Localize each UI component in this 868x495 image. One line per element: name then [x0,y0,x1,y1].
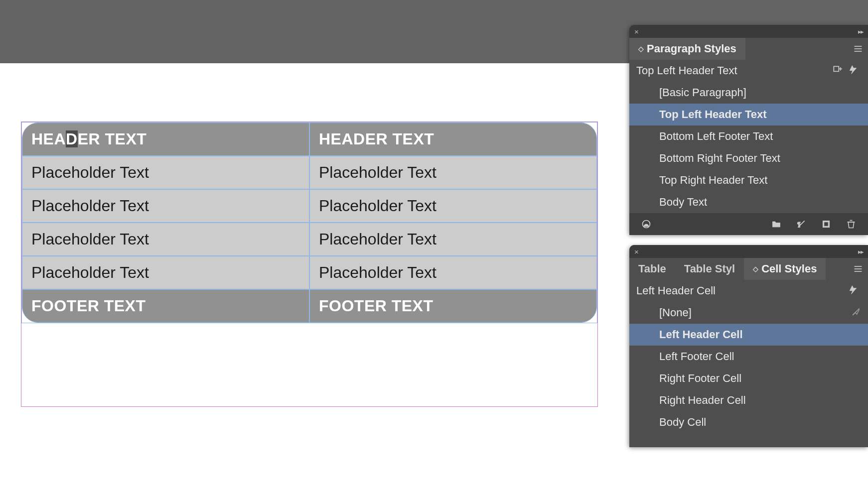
tab-table-styl[interactable]: Table Styl [675,258,744,280]
cc-libraries-icon[interactable] [635,217,657,232]
svg-rect-3 [834,66,839,71]
close-icon[interactable]: × [634,27,639,36]
paragraph-styles-list: [Basic Paragraph]Top Left Header TextBot… [629,82,868,213]
body-cell-right[interactable]: Placeholder Text [309,156,597,189]
style-item-label: Top Left Header Text [659,108,767,121]
sort-icon: ◇ [638,45,644,53]
body-cell-text: Placeholder Text [31,263,149,281]
text-frame-selection[interactable]: HEADER TEXT HEADER TEXT Placeholder Text… [21,122,598,407]
header-text-prefix: HEA [31,130,66,148]
panel-menu-icon[interactable] [848,44,868,54]
cell-style-item[interactable]: [None] [629,302,868,324]
table-row: Placeholder TextPlaceholder Text [22,256,597,289]
new-folder-icon[interactable] [765,217,787,232]
body-cell-text: Placeholder Text [31,230,149,248]
paragraph-style-item[interactable]: Bottom Right Footer Text [629,147,868,169]
panel-footer: ¶ [629,213,868,235]
body-cell-right[interactable]: Placeholder Text [309,256,597,289]
body-cell-left[interactable]: Placeholder Text [22,223,309,256]
style-item-label: [None] [659,306,692,319]
close-icon[interactable]: × [634,248,639,256]
table-row: Placeholder TextPlaceholder Text [22,156,597,189]
body-cell-text: Placeholder Text [319,163,436,181]
tab-cell-styles[interactable]: ◇Cell Styles [744,258,826,280]
cell-style-item[interactable]: Left Footer Cell [629,346,868,368]
panel-menu-icon[interactable] [848,264,868,274]
panel-tab-row: ◇ Paragraph Styles [629,38,868,60]
header-cell-left[interactable]: HEADER TEXT [22,123,309,156]
footer-text-left: FOOTER TEXT [31,297,146,315]
sort-icon: ◇ [753,265,758,273]
paragraph-style-item[interactable]: Top Left Header Text [629,104,868,125]
table-footer-row: FOOTER TEXT FOOTER TEXT [22,289,597,323]
svg-marker-6 [850,65,856,74]
paragraph-style-item[interactable]: Top Right Header Text [629,169,868,191]
svg-rect-11 [824,222,828,226]
tab-label: Table Styl [684,262,735,275]
footer-cell-left[interactable]: FOOTER TEXT [22,289,309,323]
document-table[interactable]: HEADER TEXT HEADER TEXT Placeholder Text… [21,122,597,323]
tab-paragraph-styles[interactable]: ◇ Paragraph Styles [629,38,745,60]
cell-style-item[interactable]: Left Header Cell [629,324,868,346]
header-text-suffix: ER TEXT [78,130,147,148]
current-style-row: Top Left Header Text [629,60,868,82]
document-canvas[interactable]: HEADER TEXT HEADER TEXT Placeholder Text… [0,63,613,495]
current-style-name: Top Left Header Text [636,64,829,77]
new-style-icon[interactable] [829,65,845,77]
footer-text-right: FOOTER TEXT [319,297,434,315]
paragraph-styles-panel: × ▸▸ ◇ Paragraph Styles Top Left Header … [629,25,868,235]
style-item-label: Left Footer Cell [659,350,734,363]
style-item-label: Bottom Right Footer Text [659,152,780,165]
current-style-name: Left Header Cell [636,284,845,297]
text-cursor-caret: D [66,130,78,147]
header-cell-right[interactable]: HEADER TEXT [309,123,597,156]
svg-marker-17 [850,285,856,294]
style-item-label: Bottom Left Footer Text [659,130,773,143]
quick-apply-icon[interactable] [845,285,861,297]
style-item-label: Right Footer Cell [659,372,741,385]
cell-styles-list: [None]Left Header CellLeft Footer CellRi… [629,302,868,433]
body-cell-text: Placeholder Text [319,230,436,248]
panel-tab-row: TableTable Styl◇Cell Styles [629,258,868,280]
none-style-icon [851,307,861,319]
panel-stack: × ▸▸ ◇ Paragraph Styles Top Left Header … [629,25,868,457]
quick-apply-icon[interactable] [845,65,861,77]
style-item-label: Top Right Header Text [659,174,767,187]
new-style-footer-icon[interactable] [815,217,837,232]
cell-style-item[interactable]: Body Cell [629,411,868,433]
table-row: Placeholder TextPlaceholder Text [22,189,597,223]
body-cell-left[interactable]: Placeholder Text [22,189,309,223]
footer-cell-right[interactable]: FOOTER TEXT [309,289,597,323]
panel-titlebar[interactable]: × ▸▸ [629,25,868,38]
style-item-label: Right Header Cell [659,394,746,407]
cell-style-item[interactable]: Right Header Cell [629,389,868,411]
table-row: Placeholder TextPlaceholder Text [22,223,597,256]
body-cell-right[interactable]: Placeholder Text [309,189,597,223]
cell-style-item[interactable]: Right Footer Cell [629,368,868,389]
tab-label: Paragraph Styles [647,42,736,55]
collapse-icon[interactable]: ▸▸ [858,28,863,35]
style-item-label: [Basic Paragraph] [659,86,746,99]
cell-styles-panel: × ▸▸ TableTable Styl◇Cell Styles Left He… [629,245,868,447]
header-text-right: HEADER TEXT [319,130,434,148]
tab-label: Cell Styles [761,262,817,275]
panel-titlebar[interactable]: × ▸▸ [629,245,868,258]
body-cell-left[interactable]: Placeholder Text [22,156,309,189]
text-frame-empty-area[interactable] [21,323,597,406]
style-item-label: Body Cell [659,416,706,429]
tab-table[interactable]: Table [629,258,675,280]
paragraph-style-item[interactable]: Body Text [629,191,868,213]
table-header-row: HEADER TEXT HEADER TEXT [22,123,597,156]
style-item-label: Body Text [659,196,707,209]
current-style-row: Left Header Cell [629,280,868,302]
collapse-icon[interactable]: ▸▸ [858,248,863,255]
body-cell-text: Placeholder Text [31,163,149,181]
paragraph-style-item[interactable]: [Basic Paragraph] [629,82,868,104]
body-cell-left[interactable]: Placeholder Text [22,256,309,289]
body-cell-text: Placeholder Text [319,263,436,281]
body-cell-right[interactable]: Placeholder Text [309,223,597,256]
trash-icon[interactable] [840,217,862,232]
clear-overrides-icon[interactable]: ¶ [790,217,812,232]
paragraph-style-item[interactable]: Bottom Left Footer Text [629,125,868,147]
body-cell-text: Placeholder Text [319,197,436,215]
